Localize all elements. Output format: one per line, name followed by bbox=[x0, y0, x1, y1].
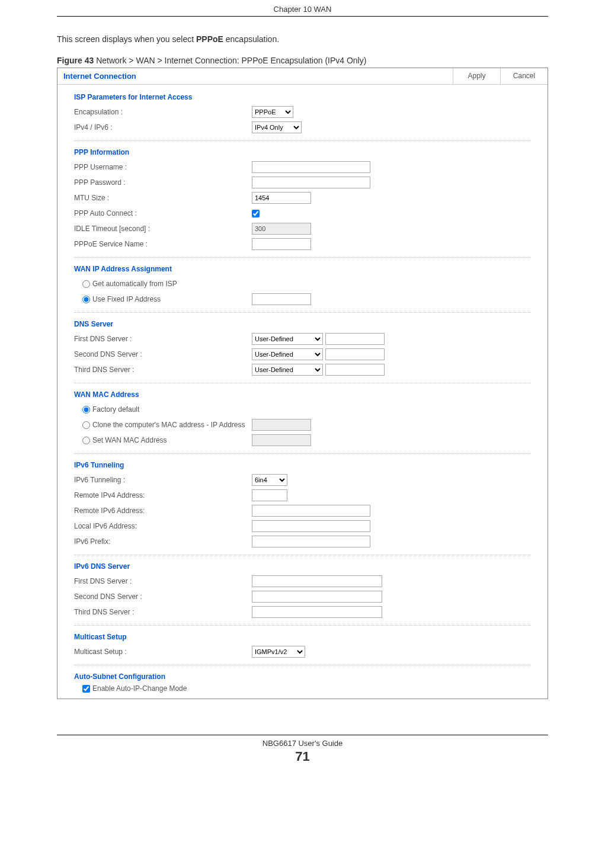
mtu-label: MTU Size : bbox=[74, 194, 252, 202]
section-wanip-title: WAN IP Address Assignment bbox=[74, 265, 531, 273]
mac-factory-radio[interactable] bbox=[82, 406, 90, 414]
wanip-fixed-input[interactable] bbox=[252, 293, 311, 305]
figure-label: Figure 43 bbox=[57, 56, 94, 65]
local-ipv6-label: Local IPv6 Address: bbox=[74, 522, 252, 530]
separator bbox=[74, 257, 531, 258]
section-dns-title: DNS Server bbox=[74, 320, 531, 328]
mac-clone-input[interactable] bbox=[252, 419, 311, 431]
top-rule bbox=[57, 16, 548, 17]
ppp-auto-checkbox[interactable] bbox=[252, 210, 260, 217]
mac-set-label: Set WAN MAC Address bbox=[92, 436, 167, 444]
v6tun-select[interactable]: 6in4 bbox=[252, 474, 287, 486]
section-v6dns-title: IPv6 DNS Server bbox=[74, 562, 531, 571]
mcast-label: Multicast Setup : bbox=[74, 648, 252, 656]
remote-ipv4-label: Remote IPv4 Address: bbox=[74, 491, 252, 499]
figure-text: Network > WAN > Internet Connection: PPP… bbox=[94, 56, 366, 65]
page-number: 71 bbox=[57, 749, 548, 764]
intro-post: encapsulation. bbox=[223, 34, 279, 44]
section-v6tun: IPv6 Tunneling IPv6 Tunneling : 6in4 Rem… bbox=[74, 461, 531, 549]
separator bbox=[74, 665, 531, 665]
encapsulation-label: Encapsulation : bbox=[74, 108, 252, 116]
wanip-auto-radio[interactable] bbox=[82, 280, 90, 288]
separator bbox=[74, 625, 531, 626]
dns2-mode-select[interactable]: User-Defined bbox=[252, 348, 323, 360]
section-mcast: Multicast Setup Multicast Setup : IGMPv1… bbox=[74, 633, 531, 659]
remote-ipv6-label: Remote IPv6 Address: bbox=[74, 507, 252, 515]
cancel-button[interactable]: Cancel bbox=[500, 68, 548, 84]
ppp-password-label: PPP Password : bbox=[74, 178, 252, 187]
v6dns1-label: First DNS Server : bbox=[74, 577, 252, 585]
mtu-input[interactable] bbox=[252, 192, 311, 204]
dns3-input[interactable] bbox=[325, 364, 385, 376]
v6dns3-input[interactable] bbox=[252, 606, 382, 618]
screenshot-panel: Internet Connection Apply Cancel ISP Par… bbox=[57, 68, 548, 699]
mac-set-radio[interactable] bbox=[82, 437, 90, 444]
v6tun-label: IPv6 Tunneling : bbox=[74, 476, 252, 484]
dns1-mode-select[interactable]: User-Defined bbox=[252, 333, 323, 345]
local-ipv6-input[interactable] bbox=[252, 520, 370, 532]
dns3-label: Third DNS Server : bbox=[74, 366, 252, 374]
section-dns: DNS Server First DNS Server : User-Defin… bbox=[74, 320, 531, 377]
ppp-auto-label: PPP Auto Connect : bbox=[74, 209, 252, 217]
chapter-header: Chapter 10 WAN bbox=[0, 0, 605, 16]
pppoe-service-label: PPPoE Service Name : bbox=[74, 240, 252, 248]
ipversion-select[interactable]: IPv4 Only bbox=[252, 121, 302, 133]
section-v6dns: IPv6 DNS Server First DNS Server : Secon… bbox=[74, 562, 531, 619]
separator bbox=[74, 140, 531, 141]
encapsulation-select[interactable]: PPPoE bbox=[252, 106, 293, 118]
panel-header: Internet Connection Apply Cancel bbox=[57, 68, 548, 85]
section-mcast-title: Multicast Setup bbox=[74, 633, 531, 641]
bottom-rule bbox=[57, 735, 548, 735]
intro-text: This screen displays when you select PPP… bbox=[57, 34, 548, 44]
section-wanip: WAN IP Address Assignment Get automatica… bbox=[74, 265, 531, 306]
ipv6-prefix-label: IPv6 Prefix: bbox=[74, 537, 252, 546]
section-autosub: Auto-Subnet Configuration Enable Auto-IP… bbox=[74, 672, 531, 693]
dns2-label: Second DNS Server : bbox=[74, 350, 252, 358]
mac-set-input[interactable] bbox=[252, 434, 311, 446]
ppp-password-input[interactable] bbox=[252, 177, 370, 188]
separator bbox=[74, 312, 531, 313]
v6dns2-input[interactable] bbox=[252, 591, 382, 603]
dns1-label: First DNS Server : bbox=[74, 335, 252, 343]
wanip-fixed-label: Use Fixed IP Address bbox=[92, 295, 161, 303]
remote-ipv4-input[interactable] bbox=[252, 489, 287, 501]
wanip-auto-label: Get automatically from ISP bbox=[92, 280, 177, 288]
ppp-username-input[interactable] bbox=[252, 161, 370, 173]
intro-bold: PPPoE bbox=[196, 34, 223, 44]
v6dns2-label: Second DNS Server : bbox=[74, 592, 252, 601]
remote-ipv6-input[interactable] bbox=[252, 505, 370, 517]
dns2-input[interactable] bbox=[325, 348, 385, 360]
panel-body: ISP Parameters for Internet Access Encap… bbox=[57, 85, 548, 699]
separator bbox=[74, 383, 531, 383]
wanip-fixed-radio[interactable] bbox=[82, 296, 90, 303]
v6dns1-input[interactable] bbox=[252, 575, 382, 587]
idle-timeout-label: IDLE Timeout [second] : bbox=[74, 225, 252, 233]
footer-guide: NBG6617 User's Guide bbox=[57, 739, 548, 748]
section-autosub-title: Auto-Subnet Configuration bbox=[74, 672, 531, 681]
v6dns3-label: Third DNS Server : bbox=[74, 608, 252, 616]
section-ppp-title: PPP Information bbox=[74, 148, 531, 156]
dns3-mode-select[interactable]: User-Defined bbox=[252, 364, 323, 376]
figure-caption: Figure 43 Network > WAN > Internet Conne… bbox=[57, 56, 548, 65]
mac-factory-label: Factory default bbox=[92, 405, 139, 414]
separator bbox=[74, 453, 531, 454]
ipv6-prefix-input[interactable] bbox=[252, 536, 370, 547]
section-mac-title: WAN MAC Address bbox=[74, 390, 531, 399]
section-mac: WAN MAC Address Factory default Clone th… bbox=[74, 390, 531, 447]
pppoe-service-input[interactable] bbox=[252, 238, 311, 250]
section-ppp: PPP Information PPP Username : PPP Passw… bbox=[74, 148, 531, 251]
autosub-checkbox[interactable] bbox=[82, 685, 90, 693]
mcast-select[interactable]: IGMPv1/v2 bbox=[252, 646, 305, 658]
ipversion-label: IPv4 / IPv6 : bbox=[74, 123, 252, 132]
mac-clone-radio[interactable] bbox=[82, 421, 90, 429]
intro-pre: This screen displays when you select bbox=[57, 34, 196, 44]
section-isp: ISP Parameters for Internet Access Encap… bbox=[74, 93, 531, 134]
apply-button[interactable]: Apply bbox=[453, 68, 500, 84]
mac-clone-label: Clone the computer's MAC address - IP Ad… bbox=[92, 421, 245, 429]
section-v6tun-title: IPv6 Tunneling bbox=[74, 461, 531, 469]
idle-timeout-input[interactable] bbox=[252, 223, 311, 235]
separator bbox=[74, 555, 531, 555]
autosub-label: Enable Auto-IP-Change Mode bbox=[92, 684, 187, 693]
dns1-input[interactable] bbox=[325, 333, 385, 345]
section-isp-title: ISP Parameters for Internet Access bbox=[74, 93, 531, 101]
